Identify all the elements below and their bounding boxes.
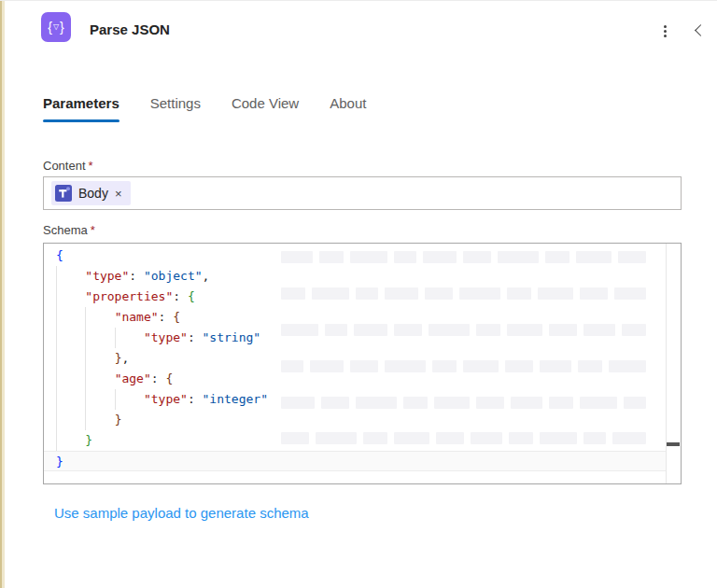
collapse-panel-button[interactable] [689, 20, 710, 40]
teams-icon [55, 185, 72, 202]
code-line: "name": { [44, 307, 666, 328]
code-line: "type": "string" [44, 328, 666, 348]
tab-about[interactable]: About [330, 95, 366, 119]
required-asterisk: * [89, 159, 93, 173]
canvas-edge-strip [0, 1, 5, 588]
code-line: "age": { [44, 369, 666, 389]
token-remove-icon[interactable]: × [115, 188, 122, 200]
tab-settings[interactable]: Settings [150, 95, 201, 119]
parse-json-action-panel: {▽} Parse JSON Parameters Settings Code … [0, 0, 717, 588]
schema-code[interactable]: { "type": "object", "properties": { "nam… [44, 245, 666, 471]
content-field-label: Content* [43, 159, 93, 173]
generate-schema-link[interactable]: Use sample payload to generate schema [54, 505, 309, 521]
code-line: "properties": { [44, 287, 666, 307]
code-line: "type": "object", [44, 266, 666, 287]
schema-label-text: Schema [43, 223, 88, 237]
schema-field-label: Schema* [43, 223, 95, 237]
overview-ruler[interactable] [666, 244, 681, 483]
action-title: Parse JSON [90, 21, 170, 37]
schema-code-editor[interactable]: { "type": "object", "properties": { "nam… [43, 243, 682, 484]
required-asterisk: * [91, 223, 95, 237]
icon-brace-left: { [48, 21, 52, 34]
parse-json-icon: {▽} [41, 12, 71, 42]
body-token-pill[interactable]: Body × [51, 181, 131, 205]
token-label: Body [78, 186, 108, 201]
code-line: { [44, 245, 666, 266]
code-line: } [44, 451, 666, 471]
code-line: } [44, 410, 666, 430]
code-line: "type": "integer" [44, 389, 666, 410]
content-input[interactable]: Body × [43, 176, 682, 210]
tab-code-view[interactable]: Code View [232, 95, 299, 119]
ruler-cursor-marker [667, 442, 680, 446]
code-line: }, [44, 348, 666, 369]
tab-bar: Parameters Settings Code View About [43, 95, 366, 119]
chevron-left-icon [695, 24, 707, 36]
icon-brace-right: } [60, 21, 64, 34]
icon-nabla: ▽ [53, 23, 59, 31]
content-label-text: Content [43, 159, 86, 173]
more-options-icon[interactable] [655, 21, 674, 40]
tab-parameters[interactable]: Parameters [43, 95, 120, 119]
code-line: } [44, 430, 666, 451]
